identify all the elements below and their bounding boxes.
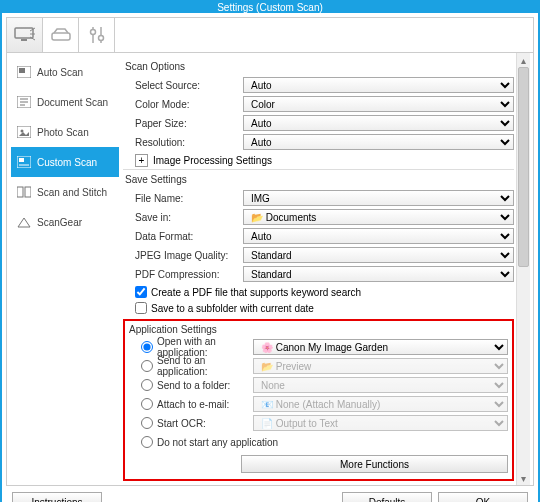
custom-icon	[17, 155, 31, 169]
label-color-mode: Color Mode:	[135, 99, 243, 110]
label-attach-email: Attach to e-mail:	[157, 399, 253, 410]
tab-general-settings[interactable]	[79, 18, 115, 52]
sidebar-item-auto-scan[interactable]: Auto Scan	[11, 57, 119, 87]
settings-window: Settings (Custom Scan) Auto Scan	[0, 0, 540, 502]
svg-rect-1	[21, 39, 27, 41]
row-pdf-keyword[interactable]: Create a PDF file that supports keyword …	[135, 285, 514, 299]
auto-scan-icon	[17, 65, 31, 79]
label-save-in: Save in:	[135, 212, 243, 223]
row-jpeg-quality: JPEG Image Quality: Standard	[135, 246, 514, 264]
select-jpeg-quality[interactable]: Standard	[243, 247, 514, 263]
application-settings-highlight: Application Settings Open with an applic…	[123, 319, 514, 481]
sidebar-item-scangear[interactable]: ScanGear	[11, 207, 119, 237]
label-select-source: Select Source:	[135, 80, 243, 91]
radio-start-ocr[interactable]	[141, 417, 153, 429]
select-start-ocr: 📄 Output to Text	[253, 415, 508, 431]
scangear-icon	[17, 215, 31, 229]
top-toolbar	[6, 17, 534, 53]
instructions-button[interactable]: Instructions	[12, 492, 102, 502]
label-paper-size: Paper Size:	[135, 118, 243, 129]
more-functions-button[interactable]: More Functions	[241, 455, 508, 473]
svg-point-5	[90, 30, 95, 35]
scroll-down-icon[interactable]: ▾	[517, 471, 530, 485]
ok-button[interactable]: OK	[438, 492, 528, 502]
svg-rect-0	[15, 28, 33, 38]
row-paper-size: Paper Size: Auto	[135, 114, 514, 132]
row-data-format: Data Format: Auto	[135, 227, 514, 245]
defaults-button[interactable]: Defaults	[342, 492, 432, 502]
row-start-ocr: Start OCR: 📄 Output to Text	[141, 414, 508, 432]
monitor-icon	[14, 27, 36, 43]
radio-do-not-start[interactable]	[141, 436, 153, 448]
label-start-ocr: Start OCR:	[157, 418, 253, 429]
label-data-format: Data Format:	[135, 231, 243, 242]
row-do-not-start: Do not start any application	[141, 433, 508, 451]
save-settings-title: Save Settings	[125, 174, 514, 185]
tab-scan-from-computer[interactable]	[7, 18, 43, 52]
select-paper-size[interactable]: Auto	[243, 115, 514, 131]
footer: Instructions Defaults OK	[6, 486, 534, 502]
row-image-processing[interactable]: + Image Processing Settings	[135, 154, 514, 167]
sliders-icon	[89, 26, 105, 44]
select-send-folder: None	[253, 377, 508, 393]
radio-open-with[interactable]	[141, 341, 153, 353]
stitch-icon	[17, 185, 31, 199]
app-settings-title: Application Settings	[129, 324, 508, 335]
sidebar-item-scan-and-stitch[interactable]: Scan and Stitch	[11, 177, 119, 207]
separator	[123, 169, 514, 170]
scrollbar[interactable]: ▴ ▾	[516, 53, 530, 485]
scroll-thumb[interactable]	[518, 67, 529, 267]
label-send-folder: Send to a folder:	[157, 380, 253, 391]
sidebar-item-custom-scan[interactable]: Custom Scan	[11, 147, 119, 177]
row-resolution: Resolution: Auto	[135, 133, 514, 151]
svg-point-6	[98, 36, 103, 41]
select-pdf-compression[interactable]: Standard	[243, 266, 514, 282]
row-send-app: Send to an application: 📂 Preview	[141, 357, 508, 375]
sidebar-label: Auto Scan	[37, 67, 83, 78]
tab-scan-from-panel[interactable]	[43, 18, 79, 52]
row-send-folder: Send to a folder: None	[141, 376, 508, 394]
svg-rect-16	[19, 158, 24, 162]
sidebar: Auto Scan Document Scan Photo Scan Custo…	[7, 53, 119, 485]
svg-rect-13	[17, 126, 31, 138]
checkbox-pdf-keyword[interactable]	[135, 286, 147, 298]
input-file-name[interactable]: IMG	[243, 190, 514, 206]
body: Auto Scan Document Scan Photo Scan Custo…	[6, 53, 534, 486]
label-send-app: Send to an application:	[157, 355, 253, 377]
sidebar-label: Photo Scan	[37, 127, 89, 138]
svg-rect-18	[17, 187, 23, 197]
label-do-not-start: Do not start any application	[157, 437, 278, 448]
select-open-with[interactable]: 🌸 Canon My Image Garden	[253, 339, 508, 355]
row-file-name: File Name: IMG	[135, 189, 514, 207]
row-subfolder[interactable]: Save to a subfolder with current date	[135, 301, 514, 315]
radio-attach-email[interactable]	[141, 398, 153, 410]
row-open-with: Open with an application: 🌸 Canon My Ima…	[141, 338, 508, 356]
select-save-in[interactable]: 📂 Documents	[243, 209, 514, 225]
radio-send-app[interactable]	[141, 360, 153, 372]
select-source[interactable]: Auto	[243, 77, 514, 93]
scan-options-title: Scan Options	[125, 61, 514, 72]
select-resolution[interactable]: Auto	[243, 134, 514, 150]
label-file-name: File Name:	[135, 193, 243, 204]
label-jpeg-quality: JPEG Image Quality:	[135, 250, 243, 261]
row-attach-email: Attach to e-mail: 📧 None (Attach Manuall…	[141, 395, 508, 413]
sidebar-label: Custom Scan	[37, 157, 97, 168]
row-select-source: Select Source: Auto	[135, 76, 514, 94]
select-data-format[interactable]: Auto	[243, 228, 514, 244]
svg-rect-2	[52, 33, 70, 40]
sidebar-label: Document Scan	[37, 97, 108, 108]
checkbox-subfolder[interactable]	[135, 302, 147, 314]
plus-icon: +	[135, 154, 148, 167]
select-send-app: 📂 Preview	[253, 358, 508, 374]
select-color-mode[interactable]: Color	[243, 96, 514, 112]
label-pdf-compression: PDF Compression:	[135, 269, 243, 280]
row-color-mode: Color Mode: Color	[135, 95, 514, 113]
sidebar-item-document-scan[interactable]: Document Scan	[11, 87, 119, 117]
content: Auto Scan Document Scan Photo Scan Custo…	[2, 13, 538, 502]
scroll-up-icon[interactable]: ▴	[517, 53, 530, 67]
radio-send-folder[interactable]	[141, 379, 153, 391]
document-icon	[17, 95, 31, 109]
sidebar-item-photo-scan[interactable]: Photo Scan	[11, 117, 119, 147]
label-pdf-keyword: Create a PDF file that supports keyword …	[151, 287, 361, 298]
label-resolution: Resolution:	[135, 137, 243, 148]
